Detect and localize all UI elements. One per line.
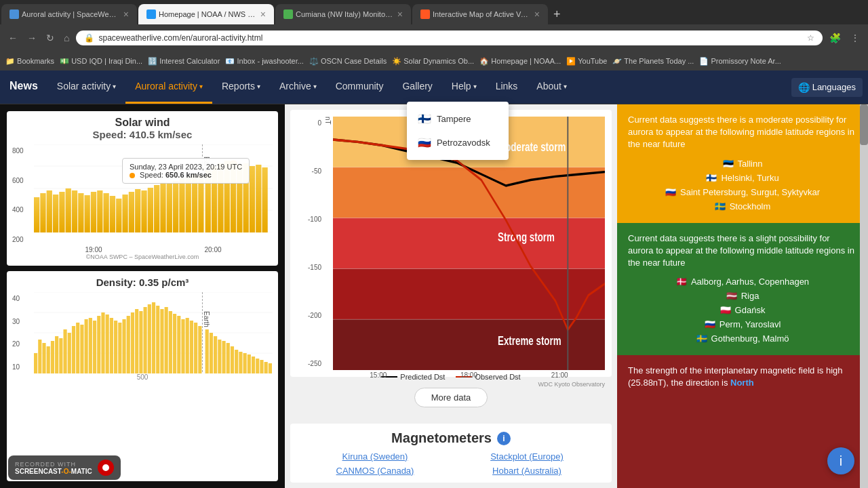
magnetometers-info-button[interactable]: i bbox=[497, 432, 511, 445]
tab-4-icon bbox=[420, 9, 430, 19]
tab-1[interactable]: Auroral activity | SpaceWeatherL... × bbox=[1, 4, 137, 24]
svg-rect-65 bbox=[97, 316, 100, 373]
tallinn-flag: 🇪🇪 bbox=[723, 159, 734, 169]
bookmark-inbox[interactable]: 📧 Inbox - jwashooter... bbox=[225, 57, 304, 66]
tooltip-speed-value: 650.6 km/sec bbox=[165, 171, 212, 179]
nav-about-arrow: ▾ bbox=[564, 83, 567, 90]
svg-rect-99 bbox=[235, 350, 238, 373]
svg-rect-29 bbox=[167, 184, 172, 232]
svg-rect-77 bbox=[148, 304, 151, 373]
nav-news[interactable]: News bbox=[0, 70, 47, 104]
info-bubble[interactable]: i bbox=[827, 447, 854, 474]
tab-3[interactable]: Cumiana (NW Italy) Monitoring... × bbox=[275, 4, 411, 24]
nav-reports[interactable]: Reports ▾ bbox=[212, 70, 270, 104]
magnetometers-links: Kiruna (Sweden) Stackplot (Europe) CANMO… bbox=[301, 451, 601, 476]
more-data-button[interactable]: More data bbox=[414, 388, 488, 407]
svg-rect-27 bbox=[154, 185, 159, 232]
nav-auroral-activity[interactable]: Auroral activity ▾ bbox=[125, 70, 212, 104]
tab-2-close[interactable]: × bbox=[260, 9, 266, 20]
kiruna-link[interactable]: Kiruna (Sweden) bbox=[301, 451, 449, 462]
svg-rect-100 bbox=[239, 352, 242, 373]
menu-button[interactable]: ⋮ bbox=[848, 31, 863, 45]
density-chart-container: 40 30 20 10 bbox=[12, 292, 273, 373]
new-tab-button[interactable]: + bbox=[548, 7, 566, 22]
stackplot-link[interactable]: Stackplot (Europe) bbox=[453, 451, 601, 462]
dst-x-18: 18:00 bbox=[460, 371, 477, 379]
canmos-link[interactable]: CANMOS (Canada) bbox=[301, 466, 449, 476]
bookmark-promissory[interactable]: 📄 Promissory Note Ar... bbox=[699, 57, 781, 66]
tab-1-close[interactable]: × bbox=[123, 9, 129, 20]
nav-help-arrow: ▾ bbox=[473, 83, 477, 90]
nav-help[interactable]: Help ▾ bbox=[442, 70, 486, 104]
bookmarks-bar: 📁 Bookmarks 💵 USD IQD | Iraqi Din... 🔢 I… bbox=[0, 52, 868, 70]
petrozavodsk-flag: 🇷🇺 bbox=[418, 136, 431, 149]
home-button[interactable]: ⌂ bbox=[61, 31, 72, 45]
solar-wind-tooltip: Sunday, 23 April 2023, 20:19 UTC Speed: … bbox=[122, 158, 250, 184]
svg-rect-67 bbox=[106, 314, 109, 373]
bookmark-interest[interactable]: 🔢 Interest Calculator bbox=[148, 57, 220, 66]
svg-text:Earth: Earth bbox=[203, 311, 210, 327]
bookmark-oscn[interactable]: ⚖️ OSCN Case Details bbox=[309, 57, 387, 66]
svg-rect-32 bbox=[186, 177, 191, 232]
tampere-flag: 🇫🇮 bbox=[418, 113, 431, 125]
svg-rect-71 bbox=[122, 319, 125, 373]
dropdown-petrozavodsk[interactable]: 🇷🇺 Petrozavodsk bbox=[407, 131, 509, 155]
svg-rect-42 bbox=[250, 166, 255, 232]
density-y-axis: 40 30 20 10 bbox=[12, 292, 34, 373]
bookmark-noaa[interactable]: 🏠 Homepage | NOAA... bbox=[479, 57, 561, 66]
svg-rect-102 bbox=[248, 354, 251, 373]
tooltip-speed-label: Speed: bbox=[140, 171, 163, 179]
city-riga: 🇱🇻 Riga bbox=[628, 289, 857, 303]
nav-community[interactable]: Community bbox=[326, 70, 393, 104]
petrozavodsk-label: Petrozavodsk bbox=[437, 138, 490, 148]
svg-rect-94 bbox=[214, 336, 217, 373]
nav-archive[interactable]: Archive ▾ bbox=[270, 70, 326, 104]
extensions-button[interactable]: 🧩 bbox=[827, 31, 844, 45]
svg-rect-91 bbox=[198, 326, 201, 373]
screencast-badge: RECORDED WITH SCREENCAST-O-MATIC bbox=[8, 455, 121, 480]
reload-button[interactable]: ↻ bbox=[43, 31, 57, 45]
back-button[interactable]: ← bbox=[5, 31, 20, 45]
languages-button[interactable]: 🌐 Languages bbox=[791, 78, 863, 97]
magnetometers-title: Magnetometers i bbox=[301, 430, 601, 446]
scrollbar-thumb[interactable] bbox=[860, 104, 868, 145]
tab-4[interactable]: Interactive Map of Active Volca... × bbox=[412, 4, 548, 24]
bookmark-star-icon[interactable]: ☆ bbox=[807, 33, 814, 43]
about-dropdown: 🇫🇮 Tampere 🇷🇺 Petrozavodsk bbox=[407, 102, 509, 160]
svg-rect-28 bbox=[160, 182, 165, 232]
svg-rect-18 bbox=[116, 199, 121, 232]
svg-rect-26 bbox=[148, 188, 153, 232]
perm-flag: 🇷🇺 bbox=[705, 319, 715, 329]
hobart-link[interactable]: Hobart (Australia) bbox=[453, 466, 601, 476]
tab-2[interactable]: Homepage | NOAA / NWS Spac... × bbox=[138, 4, 274, 24]
nav-news-label: News bbox=[9, 80, 38, 92]
bookmark-planets[interactable]: 🪐 The Planets Today ... bbox=[612, 57, 694, 66]
dst-x-21: 21:00 bbox=[551, 371, 568, 379]
url-bar[interactable]: 🔒 spaceweatherlive.com/en/auroral-activi… bbox=[76, 30, 823, 45]
nav-links[interactable]: Links bbox=[486, 70, 528, 104]
bookmark-youtube[interactable]: ▶️ YouTube bbox=[566, 57, 607, 66]
nav-links-label: Links bbox=[496, 81, 518, 92]
screencast-dash: -O- bbox=[61, 468, 71, 475]
bookmark-solar[interactable]: ☀️ Solar Dynamics Ob... bbox=[392, 57, 474, 66]
riga-flag: 🇱🇻 bbox=[726, 291, 737, 301]
dropdown-tampere[interactable]: 🇫🇮 Tampere bbox=[407, 107, 509, 131]
tab-4-close[interactable]: × bbox=[534, 9, 540, 20]
aalborg-flag: 🇩🇰 bbox=[676, 277, 687, 287]
gothenburg-flag: 🇸🇪 bbox=[696, 333, 707, 344]
city-aalborg: 🇩🇰 Aalborg, Aarhus, Copenhagen bbox=[628, 274, 857, 289]
nav-gallery[interactable]: Gallery bbox=[393, 70, 441, 104]
svg-rect-34 bbox=[198, 176, 203, 232]
forward-button[interactable]: → bbox=[24, 31, 39, 45]
right-panel: Current data suggests there is a moderat… bbox=[617, 104, 868, 488]
svg-rect-12 bbox=[78, 193, 83, 232]
scrollbar-track[interactable] bbox=[860, 104, 868, 488]
gdansk-flag: 🇵🇱 bbox=[720, 305, 731, 315]
helsinki-name: Helsinki, Turku bbox=[721, 173, 778, 183]
tab-3-close[interactable]: × bbox=[397, 9, 403, 20]
recorded-with-label: RECORDED WITH bbox=[15, 461, 92, 468]
bookmark-usd[interactable]: 💵 USD IQD | Iraqi Din... bbox=[60, 57, 142, 66]
nav-community-label: Community bbox=[336, 81, 384, 92]
nav-about[interactable]: About ▾ 🇫🇮 Tampere 🇷🇺 Petrozavodsk bbox=[527, 70, 576, 104]
nav-solar-activity[interactable]: Solar activity ▾ bbox=[47, 70, 125, 104]
